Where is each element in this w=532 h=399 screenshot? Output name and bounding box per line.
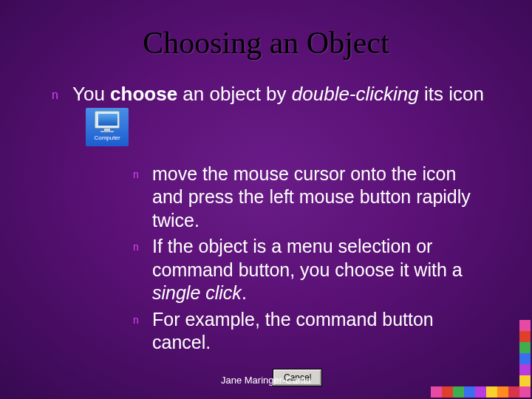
text-seg: . [242, 282, 247, 303]
bullet-level1: n You choose an object by double-clickin… [52, 83, 498, 146]
bullet-icon: n [133, 308, 152, 327]
decor-square [519, 375, 531, 386]
decor-square [431, 386, 442, 398]
decor-square [519, 386, 531, 398]
bullet-text: You choose an object by double-clicking … [72, 83, 498, 146]
bullet-text: move the mouse cursor onto the icon and … [152, 163, 491, 233]
bullet-text: If the object is a menu selection or com… [152, 235, 491, 305]
decor-square [486, 386, 497, 398]
text-bold: choose [110, 83, 177, 105]
text-seg: You [72, 83, 110, 105]
text-seg: an object by [177, 83, 292, 105]
slide-title: Choosing an Object [0, 25, 532, 61]
bullet-icon: n [133, 235, 152, 254]
slide: Choosing an Object n You choose an objec… [0, 0, 532, 399]
bullet-icon: n [52, 83, 72, 103]
bullet-icon: n [133, 163, 152, 182]
decor-squares-horizontal [431, 386, 531, 398]
decor-square [519, 331, 531, 342]
decor-square [453, 386, 464, 398]
decor-square [464, 386, 475, 398]
sub-bullet-list: n move the mouse cursor onto the icon an… [133, 163, 491, 355]
decor-square [519, 342, 531, 353]
bullet-level2: n If the object is a menu selection or c… [133, 235, 491, 305]
text-seg: If the object is a menu selection or com… [152, 236, 463, 280]
computer-icon: Computer [86, 108, 129, 146]
decor-square [442, 386, 453, 398]
decor-square [519, 364, 531, 375]
decor-square [508, 386, 519, 398]
decor-square [497, 386, 508, 398]
bullet-level2: n For example, the command button cancel… [133, 308, 491, 355]
bullet-text: For example, the command button cancel. [152, 308, 491, 355]
decor-square [475, 386, 486, 398]
bullet-level2: n move the mouse cursor onto the icon an… [133, 163, 491, 233]
slide-footer: Jane Maringer-Cantu [0, 375, 532, 386]
decor-square [519, 353, 531, 364]
computer-icon-label: Computer [94, 134, 120, 142]
slide-content: n You choose an object by double-clickin… [52, 83, 498, 386]
text-italic: double-clicking [292, 83, 419, 105]
text-seg: its icon [419, 83, 484, 105]
text-italic: single click [152, 282, 242, 303]
decor-square [519, 320, 531, 331]
decor-squares-vertical [519, 320, 531, 386]
